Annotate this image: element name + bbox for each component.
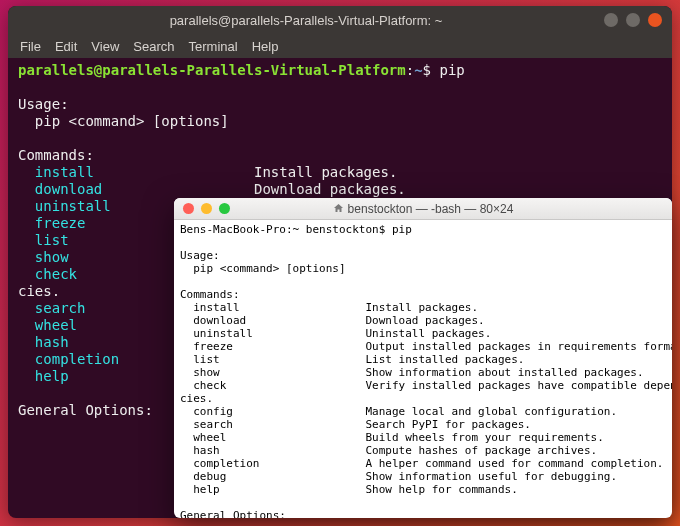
ubuntu-menubar: File Edit View Search Terminal Help [8,34,672,58]
menu-search[interactable]: Search [133,39,174,54]
menu-edit[interactable]: Edit [55,39,77,54]
close-button[interactable] [648,13,662,27]
menu-terminal[interactable]: Terminal [189,39,238,54]
minimize-button[interactable] [201,203,212,214]
menu-view[interactable]: View [91,39,119,54]
mac-window-title: benstockton — -bash — 80×24 [174,202,672,216]
ubuntu-window-controls [604,13,672,27]
zoom-button[interactable] [219,203,230,214]
mac-titlebar[interactable]: benstockton — -bash — 80×24 [174,198,672,220]
mac-terminal-window: benstockton — -bash — 80×24 Bens-MacBook… [174,198,672,518]
ubuntu-window-title: parallels@parallels-Parallels-Virtual-Pl… [8,13,604,28]
home-icon [333,203,344,214]
menu-help[interactable]: Help [252,39,279,54]
minimize-button[interactable] [604,13,618,27]
mac-window-controls [174,203,230,214]
ubuntu-titlebar[interactable]: parallels@parallels-Parallels-Virtual-Pl… [8,6,672,34]
mac-terminal-body[interactable]: Bens-MacBook-Pro:~ benstockton$ pip Usag… [174,220,672,518]
mac-title-text: benstockton — -bash — 80×24 [348,202,514,216]
close-button[interactable] [183,203,194,214]
maximize-button[interactable] [626,13,640,27]
menu-file[interactable]: File [20,39,41,54]
